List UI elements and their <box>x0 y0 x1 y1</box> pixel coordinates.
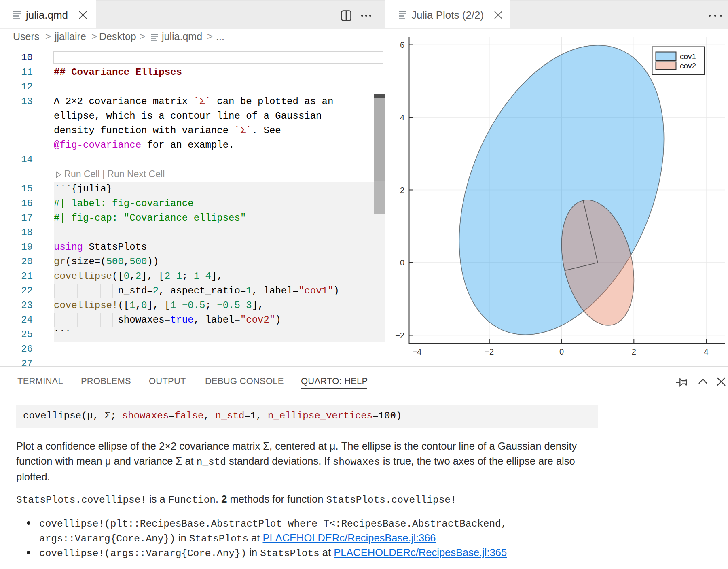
svg-text:cov1: cov1 <box>680 52 696 61</box>
svg-text:2: 2 <box>632 347 636 356</box>
svg-text:0: 0 <box>559 347 564 356</box>
svg-text:6: 6 <box>400 40 404 49</box>
svg-text:2: 2 <box>400 186 404 195</box>
svg-text:−4: −4 <box>413 347 422 356</box>
svg-text:cov2: cov2 <box>680 62 696 70</box>
svg-text:4: 4 <box>704 347 708 356</box>
svg-text:−2: −2 <box>485 347 494 356</box>
svg-text:−2: −2 <box>395 331 404 340</box>
svg-text:0: 0 <box>400 258 404 267</box>
svg-text:4: 4 <box>400 113 404 122</box>
